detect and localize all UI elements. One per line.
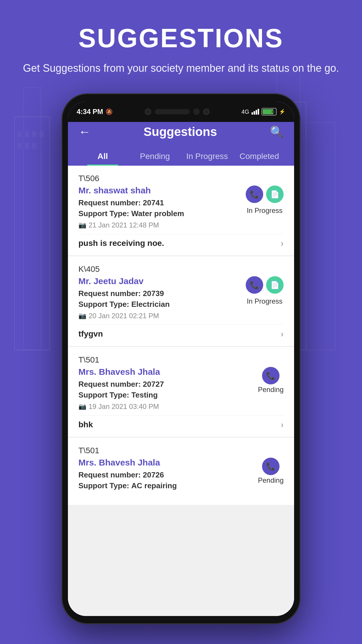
battery-percent: 86 — [272, 110, 275, 113]
back-button[interactable]: ← — [78, 125, 91, 139]
svg-rect-5 — [17, 131, 22, 137]
suggestion-card-1[interactable]: T\506 Mr. shaswat shah Request number: 2… — [68, 166, 294, 255]
card-info-3: Mrs. Bhavesh Jhala Request number: 20727… — [78, 367, 258, 411]
calendar-icon-2: 📷 — [78, 312, 86, 320]
phone-notch: 4:34 PM 🔕 4G 86 — [68, 102, 294, 122]
doc-button-2[interactable]: 📄 — [266, 276, 284, 294]
card-desc-3[interactable]: bhk › — [78, 415, 284, 430]
action-icons-1: 📞 📄 — [246, 186, 284, 203]
card-request-4: Request number: 20726 — [78, 470, 258, 480]
svg-rect-6 — [25, 131, 29, 137]
notch-dot-left — [145, 108, 151, 115]
card-name-2: Mr. Jeetu Jadav — [78, 276, 246, 286]
charging-icon: ⚡ — [279, 108, 285, 115]
battery-icon: 86 — [261, 108, 277, 116]
svg-rect-0 — [15, 117, 50, 350]
suggestion-card-2[interactable]: K\405 Mr. Jeetu Jadav Request number: 20… — [68, 256, 294, 346]
signal-bars — [252, 109, 259, 115]
card-top-2: Mr. Jeetu Jadav Request number: 20739 Su… — [78, 276, 284, 320]
card-top-3: Mrs. Bhavesh Jhala Request number: 20727… — [78, 367, 284, 411]
tab-all[interactable]: All — [77, 147, 129, 166]
notch-dot-right — [203, 108, 210, 115]
svg-rect-10 — [25, 143, 29, 149]
card-support-3: Support Type: Testing — [78, 391, 258, 400]
action-pending-3: 📞 Pending — [258, 367, 284, 394]
action-pending-4: 📞 Pending — [258, 458, 284, 484]
card-support-4: Support Type: AC repairing — [78, 481, 258, 490]
status-in-progress-2: In Progress — [247, 297, 283, 305]
suggestion-card-4[interactable]: T\501 Mrs. Bhavesh Jhala Request number:… — [68, 438, 294, 505]
card-unit-4: T\501 — [78, 446, 284, 455]
svg-rect-1 — [23, 88, 41, 350]
notch-center — [145, 108, 210, 115]
card-actions-3: 📞 Pending — [258, 367, 284, 394]
svg-rect-7 — [32, 131, 36, 137]
calendar-icon-1: 📷 — [78, 221, 86, 229]
card-unit-3: T\501 — [78, 355, 284, 365]
chevron-right-icon-1: › — [281, 238, 284, 248]
call-button-4[interactable]: 📞 — [262, 458, 280, 475]
status-in-progress-1: In Progress — [247, 206, 283, 215]
svg-rect-9 — [17, 143, 22, 149]
card-info-1: Mr. shaswat shah Request number: 20741 S… — [78, 186, 246, 229]
tab-in-progress[interactable]: In Progress — [181, 147, 233, 166]
card-request-3: Request number: 20727 — [78, 380, 258, 389]
card-unit-1: T\506 — [78, 174, 284, 183]
promo-section: SUGGESTIONS Get Suggestions from your so… — [0, 0, 362, 94]
phone-frame: 4:34 PM 🔕 4G 86 — [61, 93, 301, 624]
card-request-2: Request number: 20739 — [78, 289, 246, 298]
svg-rect-8 — [39, 131, 44, 137]
promo-subtitle: Get Suggestions from your society member… — [17, 60, 345, 76]
card-info-4: Mrs. Bhavesh Jhala Request number: 20726… — [78, 458, 258, 493]
card-name-4: Mrs. Bhavesh Jhala — [78, 458, 258, 468]
notch-camera — [193, 108, 200, 115]
promo-title: SUGGESTIONS — [17, 23, 345, 53]
card-name-1: Mr. shaswat shah — [78, 186, 246, 195]
card-unit-2: K\405 — [78, 265, 284, 274]
card-date-1: 📷 21 Jan 2021 12:48 PM — [78, 221, 246, 229]
screen-title: Suggestions — [143, 125, 217, 139]
search-icon[interactable]: 🔍 — [270, 125, 284, 138]
card-support-2: Support Type: Electrician — [78, 300, 246, 309]
status-pending-3: Pending — [258, 386, 284, 394]
card-top-1: Mr. shaswat shah Request number: 20741 S… — [78, 186, 284, 229]
card-actions-2: 📞 📄 In Progress — [246, 276, 284, 305]
svg-rect-11 — [32, 143, 36, 149]
card-request-1: Request number: 20741 — [78, 198, 246, 207]
calendar-icon-3: 📷 — [78, 403, 86, 410]
card-info-2: Mr. Jeetu Jadav Request number: 20739 Su… — [78, 276, 246, 320]
card-top-4: Mrs. Bhavesh Jhala Request number: 20726… — [78, 458, 284, 493]
card-date-2: 📷 20 Jan 2021 02:21 PM — [78, 312, 246, 320]
network-label: 4G — [241, 108, 249, 115]
phone-screen: ← Suggestions 🔍 All Pending In Progress … — [68, 102, 294, 616]
card-support-1: Support Type: Water problem — [78, 209, 246, 218]
suggestions-list: T\506 Mr. shaswat shah Request number: 2… — [68, 166, 294, 616]
doc-button-1[interactable]: 📄 — [266, 186, 284, 203]
status-indicators: 4G 86 ⚡ — [241, 108, 285, 116]
card-desc-2[interactable]: tfygvn › — [78, 325, 284, 339]
tab-completed[interactable]: Completed — [233, 147, 285, 166]
phone-mockup: 4:34 PM 🔕 4G 86 — [61, 93, 301, 624]
card-actions-1: 📞 📄 In Progress — [246, 186, 284, 215]
suggestion-card-3[interactable]: T\501 Mrs. Bhavesh Jhala Request number:… — [68, 347, 294, 437]
status-pending-4: Pending — [258, 476, 284, 484]
action-icons-2: 📞 📄 — [246, 276, 284, 294]
card-desc-1[interactable]: push is receiving noe. › — [78, 234, 284, 248]
card-name-3: Mrs. Bhavesh Jhala — [78, 367, 258, 377]
tab-pending[interactable]: Pending — [129, 147, 181, 166]
status-time: 4:34 PM 🔕 — [77, 108, 113, 116]
call-button-1[interactable]: 📞 — [246, 186, 263, 203]
tabs-bar: All Pending In Progress Completed — [68, 139, 294, 166]
call-button-2[interactable]: 📞 — [246, 276, 263, 294]
chevron-right-icon-3: › — [281, 420, 284, 430]
card-actions-4: 📞 Pending — [258, 458, 284, 484]
chevron-right-icon-2: › — [281, 329, 284, 339]
notch-speaker — [155, 109, 190, 114]
svg-rect-4 — [306, 123, 335, 350]
call-button-3[interactable]: 📞 — [262, 367, 280, 384]
card-date-3: 📷 19 Jan 2021 03:40 PM — [78, 402, 258, 411]
